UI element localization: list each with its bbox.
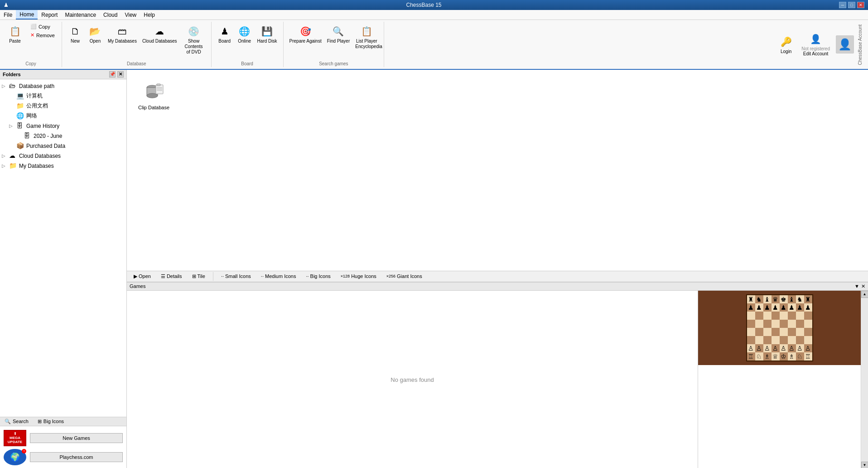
login-button[interactable]: 🔑 Login xyxy=(776,33,796,56)
tree-item-purchased-data[interactable]: 📦 Purchased Data xyxy=(0,141,126,151)
new-database-button[interactable]: 🗋 New xyxy=(66,23,85,45)
edit-account-button[interactable]: 👤 Not registered Edit Account xyxy=(799,30,832,58)
menu-view[interactable]: View xyxy=(121,10,140,20)
tab-big-icons[interactable]: ⊞ Big Icons xyxy=(33,417,68,426)
chess-cell: ♔ xyxy=(780,352,788,361)
playchess-icon[interactable]: 🌍 ! xyxy=(4,449,26,465)
sidebar-pin-button[interactable]: 📌 xyxy=(109,71,116,78)
paste-button[interactable]: 📋 Paste xyxy=(4,23,26,45)
ribbon-section-copy: 📋 Paste ⬜ Copy ✕ Remove Copy xyxy=(0,22,62,67)
minimize-button[interactable]: ─ xyxy=(839,2,846,8)
chess-cell xyxy=(796,312,804,320)
board-label: Board xyxy=(218,39,231,44)
hard-disk-button[interactable]: 💾 Hard Disk xyxy=(255,23,280,45)
games-scrollbar[interactable]: ▲ ▼ xyxy=(861,291,868,468)
new-games-button[interactable]: New Games xyxy=(30,433,123,443)
restore-button[interactable]: □ xyxy=(848,2,855,8)
menu-bar: File Home Report Maintenance Cloud View … xyxy=(0,10,868,20)
view-big-icons-button[interactable]: ·· Big Icons xyxy=(302,272,334,280)
chess-cell: ♙ xyxy=(772,344,780,352)
mega-update-sublabel: UPDATE xyxy=(8,440,22,444)
chess-cell xyxy=(788,320,796,328)
svg-point-2 xyxy=(147,93,158,98)
toolbar-divider xyxy=(213,272,213,281)
tree-item-cloud-databases[interactable]: ▷ ☁ Cloud Databases xyxy=(0,151,126,161)
sidebar-close-button[interactable]: ✕ xyxy=(117,71,124,78)
huge-icons-label-prefix: ×128 xyxy=(341,274,350,278)
tree-label: My Databases xyxy=(19,163,54,169)
tree-label: 2020 - June xyxy=(34,133,62,139)
cloud-databases-button[interactable]: ☁ Cloud Databases xyxy=(140,23,179,45)
scroll-track[interactable] xyxy=(862,298,868,462)
view-tile-button[interactable]: ⊞ Tile xyxy=(188,272,209,281)
view-open-button[interactable]: ▶ Open xyxy=(130,272,155,281)
tree-item-game-history[interactable]: ▷ 🗄 Game History xyxy=(0,121,126,131)
menu-report[interactable]: Report xyxy=(38,10,61,20)
menu-home[interactable]: Home xyxy=(16,10,38,20)
chess-cell: ♟ xyxy=(804,303,812,312)
chess-cell xyxy=(804,328,812,336)
open-database-button[interactable]: 📂 Open xyxy=(86,23,105,45)
view-toolbar: ▶ Open ☰ Details ⊞ Tile ·· Small Icons ·… xyxy=(127,271,868,282)
small-icons-icon: ·· xyxy=(221,273,224,279)
remove-label: Remove xyxy=(36,33,55,38)
view-giant-icons-button[interactable]: ×256 Giant Icons xyxy=(382,272,426,280)
tree-item-public-docs[interactable]: 📁 公用文档 xyxy=(0,101,126,111)
prepare-label: Prepare Against xyxy=(289,39,322,44)
chess-cell xyxy=(780,336,788,344)
chess-cell: ♛ xyxy=(772,295,780,303)
menu-file[interactable]: File xyxy=(0,10,16,20)
paste-icon: 📋 xyxy=(8,24,22,39)
find-player-button[interactable]: 🔍 Find Player xyxy=(325,23,352,45)
scroll-down[interactable]: ▼ xyxy=(861,462,868,468)
copy-button[interactable]: ⬜ Copy xyxy=(27,23,58,30)
chess-cell: ♘ xyxy=(796,352,804,361)
menu-maintenance[interactable]: Maintenance xyxy=(61,10,100,20)
board-button[interactable]: ♟ Board xyxy=(215,23,234,45)
ribbon-board-items: ♟ Board 🌐 Online 💾 Hard Disk xyxy=(215,23,280,60)
medium-icons-icon: ·· xyxy=(261,273,264,279)
games-close-toggle[interactable]: ✕ xyxy=(861,283,865,289)
tree-item-my-databases[interactable]: ▷ 📁 My Databases xyxy=(0,161,126,171)
sidebar-tabs: 🔍 Search ⊞ Big Icons xyxy=(0,417,126,426)
list-player-button[interactable]: 📋 List Player Encyclopedia xyxy=(353,23,380,51)
medium-icons-label: Medium Icons xyxy=(265,273,296,279)
content-area: Clip Database ▶ Open ☰ Details ⊞ Tile ··… xyxy=(127,70,868,468)
tree-item-network[interactable]: 🌐 网络 xyxy=(0,111,126,121)
cloud-databases-label: Cloud Databases xyxy=(142,39,177,44)
online-button[interactable]: 🌐 Online xyxy=(235,23,254,45)
tree-item-computer[interactable]: 💻 计算机 xyxy=(0,91,126,101)
chess-cell xyxy=(755,312,763,320)
prepare-button[interactable]: 🎯 Prepare Against xyxy=(287,23,324,45)
title-bar-left: ♟ xyxy=(4,2,9,8)
tree-item-june[interactable]: 🗄 2020 - June xyxy=(0,131,126,141)
chess-cell xyxy=(788,328,796,336)
tree-label: Cloud Databases xyxy=(19,153,61,159)
small-icons-label: Small Icons xyxy=(225,273,251,279)
menu-cloud[interactable]: Cloud xyxy=(100,10,121,20)
playchess-button[interactable]: Playchess.com xyxy=(30,452,123,462)
tree-item-database-path[interactable]: ▷ 🗁 Database path xyxy=(0,81,126,91)
scroll-up[interactable]: ▲ xyxy=(861,291,868,298)
new-icon: 🗋 xyxy=(68,24,82,39)
remove-button[interactable]: ✕ Remove xyxy=(27,31,58,39)
view-details-button[interactable]: ☰ Details xyxy=(157,272,186,281)
chess-cell xyxy=(804,312,812,320)
view-small-icons-button[interactable]: ·· Small Icons xyxy=(217,272,255,280)
show-contents-button[interactable]: 💿 Show Contents of DVD xyxy=(180,23,207,56)
sidebar-controls: 📌 ✕ xyxy=(109,71,124,78)
games-scroll-toggle[interactable]: ▼ xyxy=(854,283,859,289)
preview-info xyxy=(698,365,861,468)
view-medium-icons-button[interactable]: ·· Medium Icons xyxy=(257,272,300,280)
close-button[interactable]: ✕ xyxy=(857,2,864,8)
tab-search[interactable]: 🔍 Search xyxy=(0,417,33,426)
tree-label: 计算机 xyxy=(26,92,43,100)
big-icons-icon: ·· xyxy=(306,273,309,279)
view-huge-icons-button[interactable]: ×128 Huge Icons xyxy=(337,272,381,280)
clip-database-item[interactable]: Clip Database xyxy=(134,77,174,114)
my-databases-icon: 🗃 xyxy=(115,24,130,39)
big-icons-tab-label: Big Icons xyxy=(43,419,64,424)
my-databases-button[interactable]: 🗃 My Databases xyxy=(106,23,139,45)
mega-update-button[interactable]: ⬆ MEGA UPDATE xyxy=(4,430,26,446)
menu-help[interactable]: Help xyxy=(140,10,159,20)
